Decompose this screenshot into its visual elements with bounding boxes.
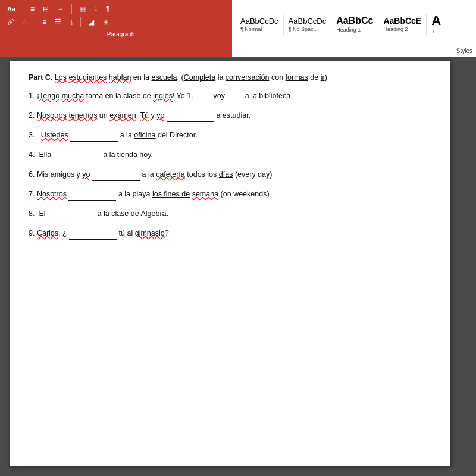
borders-button[interactable]: ⊞ [101,17,111,27]
styles-section-label: Styles [236,46,472,54]
style-heading1[interactable]: AaBbCc Heading 1 [331,14,378,35]
style-normal[interactable]: AaBbCcDc ¶ Normal [236,15,284,35]
style-nospace[interactable]: AaBbCcDc ¶ No Spac... [284,15,332,35]
style-heading-big[interactable]: A T [427,12,468,37]
pilcrow-icon: ¶ [106,5,109,13]
font-aa-label: Aa [7,5,15,12]
toolbar-row-1: Aa ≡ ⊟ → ▦ ↕ ¶ [5,4,227,14]
font-aa-button[interactable]: Aa [5,4,18,14]
style-normal-preview: AaBbCcDc [240,17,278,25]
separator-3 [35,17,35,27]
bullet-list-icon: ≡ [30,5,35,13]
style-heading2-preview: AaBbCcE [383,17,421,25]
indent-button[interactable]: → [55,4,67,14]
style-heading-big-label: T [431,29,435,35]
shading-button[interactable]: ◪ [86,17,97,27]
toolbar-row-2: 🖊 A ≡ ☰ ↨ ◪ ⊞ [5,17,227,27]
blank-7 [68,188,116,201]
blank-1: voy [195,90,243,102]
align-left-icon: ≡ [42,18,46,26]
font-color-button[interactable]: A [20,17,30,27]
exercise-item-1: 1. ¡Tengo mucha tarea en la clase de ing… [29,90,431,102]
blank-8 [48,208,95,220]
numbering-icon: ⊟ [43,5,49,13]
separator-2 [71,4,72,14]
separator-1 [23,4,23,14]
numbering-button[interactable]: ⊟ [40,4,51,14]
exercise-item-7: 7. Nosotros a la playa los fines de sema… [29,188,431,201]
sort-button[interactable]: ↕ [92,4,100,14]
borders-icon: ⊞ [103,18,109,26]
bullet-list-button[interactable]: ≡ [28,4,37,14]
indent-icon: → [57,5,64,13]
toolbar-left-panel: Aa ≡ ⊟ → ▦ ↕ ¶ 🖊 [0,0,232,57]
style-heading2-label: Heading 2 [383,26,408,32]
paragraph-label: Paragraph [5,30,237,39]
exercise-item-9: 9. Carlos, ¿ tú al gimnasio? [29,227,431,240]
blank-6 [92,168,140,181]
blank-2 [167,109,214,122]
style-nospace-preview: AaBbCcDc [289,17,327,25]
style-normal-label: ¶ Normal [240,26,262,32]
shading-icon: ◪ [88,18,95,26]
exercise-item-8: 8. El a la clase de Algebra. [29,208,431,220]
styles-panel: AaBbCcDc ¶ Normal AaBbCcDc ¶ No Spac... … [232,0,476,57]
style-heading1-label: Heading 1 [336,27,361,33]
style-heading1-preview: AaBbCc [336,16,373,26]
table-icon: ▦ [79,5,86,13]
style-heading-big-preview: A [431,14,441,27]
exercise-item-3: 3. Ustedes a la oficina del Director. [29,129,431,142]
sort-icon: ↕ [94,5,98,13]
align-left-button[interactable]: ≡ [40,17,49,27]
blank-4 [54,149,101,161]
exercise-item-6: 6. Mis amigos y yo a la cafetería todos … [29,168,431,181]
highlight-icon: 🖊 [7,18,14,26]
part-c-title: Part C. Los estudiantes hablan en la esc… [29,73,431,82]
separator-4 [80,17,81,27]
align-center-icon: ☰ [55,18,61,26]
line-spacing-button[interactable]: ↨ [67,17,76,27]
blank-9 [69,227,117,240]
line-spacing-icon: ↨ [70,18,73,26]
blank-3 [70,129,118,142]
align-center-button[interactable]: ☰ [52,17,64,27]
style-nospace-label: ¶ No Spac... [289,26,318,32]
exercise-item-4: 4. Ella a la tienda hoy. [29,149,431,161]
highlight-button[interactable]: 🖊 [5,17,17,27]
styles-top: AaBbCcDc ¶ Normal AaBbCcDc ¶ No Spac... … [236,2,472,46]
table-button[interactable]: ▦ [77,4,88,14]
toolbar: Aa ≡ ⊟ → ▦ ↕ ¶ 🖊 [0,0,476,57]
font-color-icon: A [23,18,27,26]
document-area: Part C. Los estudiantes hablan en la esc… [0,57,476,476]
exercise-item-2: 2. Nosotros tenemos un exámen, Tú y yo a… [29,109,431,122]
pilcrow-button[interactable]: ¶ [104,4,112,14]
word-page: Part C. Los estudiantes hablan en la esc… [10,61,450,466]
style-heading2[interactable]: AaBbCcE Heading 2 [378,14,427,35]
